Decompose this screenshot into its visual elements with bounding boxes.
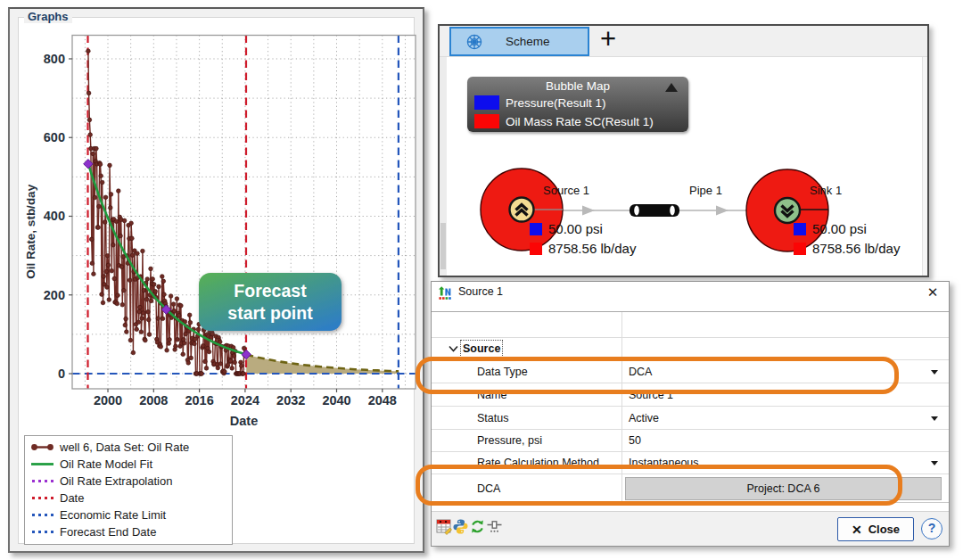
property-row-pressure-psi[interactable]: Pressure, psi50 [432,430,949,452]
bubble-map-swatch [474,95,499,110]
legend-label: Economic Rate Limit [60,508,166,522]
category-label: Source [463,342,500,355]
svg-text:2008: 2008 [139,393,168,408]
property-grid: Source Data TypeDCANameSource 1StatusAct… [432,311,949,503]
badge-text-line2: start point [227,303,313,323]
legend-label: well 6, Data Set: Oil Rate [60,441,189,454]
bubble-map-item: Pressure(Result 1) [474,95,606,110]
dialog-title: Source 1 [458,285,503,298]
sink-rate-value: 8758.56 lb/day [794,241,900,256]
legend-row: Oil Rate Model Fit [30,456,226,473]
legend-label: Forecast End Date [60,525,156,539]
x-tick-labels: 2000200820162024203220402048 [94,393,397,408]
legend-swatch-dotted [30,490,54,506]
property-label: Rate Calculation Method [477,457,599,469]
close-button[interactable]: ✕ Close [837,517,914,541]
source-rate-text: 8758.56 lb/day [548,241,636,256]
dropdown-arrow-icon[interactable] [931,370,938,375]
scheme-network-drawing [440,26,927,276]
svg-text:2016: 2016 [185,393,213,408]
legend-row: Economic Rate Limit [30,506,226,523]
dialog-close-icon[interactable]: ✕ [925,284,941,301]
source-rate-value: 8758.56 lb/day [530,241,636,256]
property-row-dca[interactable]: DCAProject: DCA 6 [432,474,949,503]
x-axis-title: Date [230,414,258,428]
collapse-triangle-icon[interactable] [665,83,678,92]
property-label: Status [477,412,508,424]
bubble-map-swatch [474,114,499,128]
legend-row: Forecast End Date [30,523,226,540]
source-node-label[interactable]: Source 1 [543,184,589,197]
property-value[interactable]: DCA [629,366,652,378]
property-label: Data Type [477,366,528,378]
graphs-window-title: Graphs [24,10,72,23]
source-properties-dialog: Source 1 ✕ Source Data TypeDCANameSource… [431,281,950,547]
pressure-swatch [530,223,542,235]
property-label: DCA [477,482,500,495]
property-row-status[interactable]: StatusActive [432,407,949,430]
svg-text:0: 0 [58,366,65,381]
scheme-panel: Scheme + Bubble Map Pressure(Result 1)Oi… [438,24,929,277]
legend-swatch-dotted [30,523,54,540]
property-row-name[interactable]: NameSource 1 [432,383,949,407]
svg-text:400: 400 [44,209,65,223]
property-label: Name [477,389,506,401]
legend-swatch-dotted [30,473,54,490]
svg-text:200: 200 [44,288,65,302]
dropdown-arrow-icon[interactable] [931,461,938,465]
dialog-toolbar: ✕ Close ? [432,511,949,546]
rate-swatch [530,243,542,255]
y-tick-labels: 0200400600800 [44,52,65,381]
property-value[interactable]: Source 1 [629,389,673,401]
property-row-rate-calculation-method[interactable]: Rate Calculation MethodInstantaneous [432,452,949,474]
svg-text:600: 600 [44,130,65,144]
dialog-titlebar[interactable]: Source 1 ✕ [432,282,949,303]
python-icon[interactable] [452,518,469,535]
help-button[interactable]: ? [921,518,942,539]
rate-swatch [794,243,806,255]
sink-pressure-value: 50.00 psi [794,221,867,236]
property-label: Pressure, psi [477,434,542,447]
legend-row: well 6, Data Set: Oil Rate [30,439,226,456]
graphs-window: Graphs 200020082016202420322040204802004… [8,7,424,553]
close-button-label: Close [868,523,900,536]
category-row-source[interactable]: Source [432,338,949,360]
sink-pressure-text: 50.00 psi [812,221,867,236]
bubble-map-item-label: Pressure(Result 1) [506,96,606,110]
legend-swatch-solid [30,456,54,473]
close-x-icon: ✕ [852,523,862,537]
bubble-map-title: Bubble Map [467,79,688,93]
y-axis-title: Oil Rate, stb/day [24,184,37,278]
legend-label: Oil Rate Extrapolation [60,474,172,488]
source-pressure-text: 50.00 psi [548,221,603,236]
legend-row: Oil Rate Extrapolation [30,473,226,490]
app-logo-icon [437,284,453,301]
legend-label: Date [60,491,84,505]
bubble-map-legend[interactable]: Bubble Map Pressure(Result 1)Oil Mass Ra… [467,77,688,132]
flow-arrow-icon [582,206,595,216]
sink-node-label[interactable]: Sink 1 [810,184,842,197]
source-pressure-value: 50.00 psi [530,221,603,236]
bubble-map-item: Oil Mass Rate SC(Result 1) [474,114,654,128]
refresh-icon[interactable] [469,518,486,535]
flow-arrow-icon [716,206,728,216]
chart-legend: well 6, Data Set: Oil RateOil Rate Model… [24,435,233,545]
property-value[interactable]: Active [629,412,659,424]
sink-rate-text: 8758.56 lb/day [812,241,900,256]
results-table-icon[interactable] [436,518,453,535]
chevron-down-icon[interactable] [449,345,458,352]
stage: Graphs 200020082016202420322040204802004… [0,0,963,560]
svg-text:2048: 2048 [368,393,397,408]
dca-project-button[interactable]: Project: DCA 6 [625,477,942,500]
property-row-data-type[interactable]: Data TypeDCA [432,360,949,383]
dropdown-arrow-icon[interactable] [931,416,938,421]
property-value[interactable]: 50 [629,434,641,447]
property-value[interactable]: Instantaneous [629,457,699,469]
pipe-label[interactable]: Pipe 1 [689,184,722,197]
bubble-map-item-label: Oil Mass Rate SC(Result 1) [506,115,654,128]
svg-text:2040: 2040 [322,393,350,408]
svg-text:2000: 2000 [94,393,122,408]
legend-swatch-dotted [30,506,54,523]
pressure-swatch [794,223,806,235]
slider-icon[interactable] [486,518,503,535]
